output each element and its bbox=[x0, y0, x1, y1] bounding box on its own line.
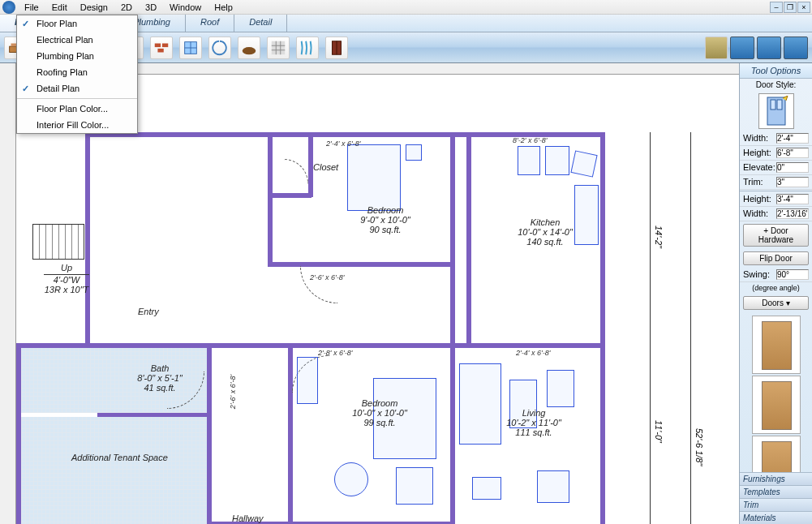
width-input[interactable] bbox=[776, 133, 809, 144]
bedroom1-label: Bedroom9'-0" x 10'-0"90 sq.ft. bbox=[349, 205, 422, 234]
furniture-chair[interactable] bbox=[537, 470, 569, 503]
menu-window[interactable]: Window bbox=[163, 2, 208, 13]
dd-floor-plan[interactable]: Floor Plan bbox=[17, 15, 137, 32]
furniture[interactable] bbox=[518, 146, 540, 175]
window-icon[interactable] bbox=[179, 37, 202, 59]
menu-help[interactable]: Help bbox=[208, 2, 239, 13]
height2-input[interactable] bbox=[776, 194, 809, 204]
trim-input[interactable] bbox=[776, 177, 809, 187]
menu-3d[interactable]: 3D bbox=[139, 2, 163, 13]
menubar: File Edit Design 2D 3D Window Help – ❐ × bbox=[0, 0, 812, 15]
grid-icon[interactable] bbox=[267, 37, 290, 59]
dropdown-separator bbox=[17, 98, 137, 99]
door-thumb[interactable] bbox=[752, 436, 801, 472]
view-mode-buttons bbox=[705, 37, 808, 59]
vertical-ruler bbox=[0, 63, 16, 524]
wall[interactable] bbox=[85, 132, 90, 347]
door-catalog[interactable] bbox=[740, 312, 812, 472]
wall[interactable] bbox=[288, 343, 293, 524]
doors-dropdown-button[interactable]: Doors ▾ bbox=[743, 296, 809, 310]
tab-detail[interactable]: Detail bbox=[234, 15, 287, 32]
dd-floor-plan-color[interactable]: Floor Plan Color... bbox=[17, 101, 137, 117]
door-hardware-button[interactable]: + Door Hardware bbox=[743, 224, 809, 247]
menu-edit[interactable]: Edit bbox=[45, 2, 74, 13]
door-style-preview[interactable] bbox=[758, 93, 794, 129]
view-3d-button[interactable] bbox=[757, 37, 781, 59]
swing-input[interactable] bbox=[776, 269, 809, 280]
dd-electrical-plan[interactable]: Electrical Plan bbox=[17, 32, 137, 48]
menu-file[interactable]: File bbox=[18, 2, 45, 13]
tab-templates[interactable]: Templates bbox=[740, 485, 812, 498]
close-button[interactable]: × bbox=[797, 2, 810, 13]
dim-line bbox=[650, 132, 651, 524]
svg-rect-17 bbox=[771, 100, 775, 110]
menu-2d[interactable]: 2D bbox=[114, 2, 139, 13]
svg-rect-6 bbox=[155, 43, 161, 47]
dd-detail-plan[interactable]: Detail Plan bbox=[17, 80, 137, 97]
flip-door-button[interactable]: Flip Door bbox=[743, 251, 809, 265]
bedroom2-label: Bedroom10'-0" x 10'-0"99 sq.ft. bbox=[339, 398, 420, 427]
tenant-label: Additional Tenant Space bbox=[71, 453, 168, 462]
furniture-bed[interactable] bbox=[347, 144, 401, 211]
wall[interactable] bbox=[268, 132, 273, 266]
furniture[interactable] bbox=[545, 146, 569, 175]
svg-rect-18 bbox=[777, 100, 782, 110]
tab-trim[interactable]: Trim bbox=[740, 498, 812, 511]
view-2d-button[interactable] bbox=[730, 37, 754, 59]
wall[interactable] bbox=[268, 193, 311, 198]
tab-furnishings[interactable]: Furnishings bbox=[740, 472, 812, 485]
deck-icon[interactable] bbox=[238, 37, 260, 59]
spiral-icon[interactable] bbox=[208, 37, 231, 59]
stairs-label: Up 4'-0"W13R x 10"T bbox=[44, 263, 89, 294]
wall[interactable] bbox=[268, 262, 454, 267]
wall-icon[interactable] bbox=[150, 37, 173, 59]
dim-label: 2'-8' x 6'-8' bbox=[318, 349, 352, 357]
furniture-round-table[interactable] bbox=[334, 462, 368, 496]
living-label: Living10'-2" x 11'-0"111 sq.ft. bbox=[493, 408, 574, 437]
wall[interactable] bbox=[466, 132, 471, 343]
tool-options-panel: Tool Options Door Style: Width: Height: … bbox=[739, 63, 812, 524]
door-swing[interactable] bbox=[284, 159, 308, 183]
minimize-button[interactable]: – bbox=[770, 2, 783, 13]
wall[interactable] bbox=[600, 132, 605, 524]
prop-width2: Width: bbox=[740, 207, 812, 221]
view-elevation-button[interactable] bbox=[784, 37, 808, 59]
tab-materials[interactable]: Materials bbox=[740, 511, 812, 524]
dim-line bbox=[690, 132, 691, 524]
wall[interactable] bbox=[450, 132, 455, 351]
furniture[interactable] bbox=[570, 150, 597, 177]
dd-interior-fill-color[interactable]: Interior Fill Color... bbox=[17, 117, 137, 133]
bath-label: Bath8'-0" x 5'-1"41 sq.ft. bbox=[123, 363, 196, 393]
furniture[interactable] bbox=[406, 144, 422, 161]
tool-options-title: Tool Options bbox=[740, 63, 812, 79]
kitchen-label: Kitchen10'-0" x 14'-0"140 sq.ft. bbox=[505, 217, 586, 247]
door-swing[interactable] bbox=[300, 266, 337, 303]
door-thumb[interactable] bbox=[752, 376, 801, 434]
dd-plumbing-plan[interactable]: Plumbing Plan bbox=[17, 48, 137, 64]
height-input[interactable] bbox=[776, 148, 809, 158]
prop-height2: Height: bbox=[740, 192, 812, 207]
wall[interactable] bbox=[450, 343, 455, 524]
menu-design[interactable]: Design bbox=[74, 2, 114, 13]
maximize-button[interactable]: ❐ bbox=[784, 2, 797, 13]
furniture[interactable] bbox=[472, 477, 501, 500]
elevate-input[interactable] bbox=[776, 162, 809, 173]
cabinet-icon[interactable] bbox=[325, 37, 348, 59]
curtain-icon[interactable] bbox=[296, 37, 319, 59]
width2-input[interactable] bbox=[776, 208, 809, 219]
furniture-chair[interactable] bbox=[396, 467, 433, 505]
svg-rect-16 bbox=[767, 97, 785, 125]
tab-roof[interactable]: Roof bbox=[186, 15, 234, 32]
furniture[interactable] bbox=[297, 357, 318, 404]
wall[interactable] bbox=[207, 343, 212, 524]
stairs[interactable] bbox=[32, 224, 84, 260]
prop-trim: Trim: bbox=[740, 175, 812, 190]
furniture-chair[interactable] bbox=[547, 370, 574, 407]
door-thumb[interactable] bbox=[752, 316, 801, 374]
panel-bottom-tabs: Furnishings Templates Trim Materials bbox=[740, 472, 812, 524]
entry-label: Entry bbox=[138, 307, 159, 316]
landscape-icon[interactable] bbox=[705, 37, 728, 59]
dim-label: 2'-6' x 6'-8' bbox=[229, 375, 237, 409]
dim-label: 2'-6' x 6'-8' bbox=[310, 273, 344, 281]
dd-roofing-plan[interactable]: Roofing Plan bbox=[17, 64, 137, 80]
